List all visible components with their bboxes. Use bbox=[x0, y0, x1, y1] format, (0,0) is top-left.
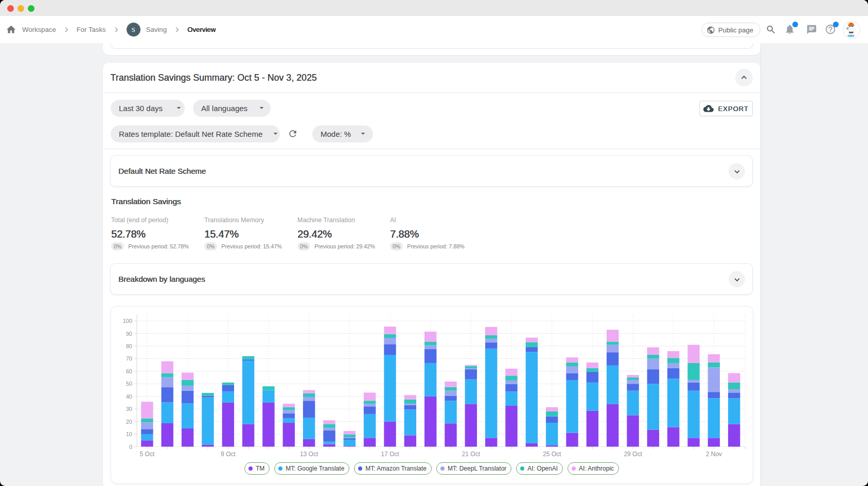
svg-text:2 Nov: 2 Nov bbox=[705, 451, 721, 458]
svg-text:90: 90 bbox=[126, 331, 132, 337]
svg-text:29 Oct: 29 Oct bbox=[624, 451, 642, 458]
svg-text:10: 10 bbox=[126, 431, 132, 437]
svg-text:100: 100 bbox=[122, 318, 132, 324]
svg-text:80: 80 bbox=[126, 343, 132, 349]
svg-text:9 Oct: 9 Oct bbox=[220, 451, 235, 458]
svg-text:21 Oct: 21 Oct bbox=[462, 451, 480, 458]
svg-text:13 Oct: 13 Oct bbox=[299, 451, 318, 458]
svg-text:20: 20 bbox=[126, 419, 132, 425]
svg-text:5 Oct: 5 Oct bbox=[139, 451, 154, 458]
svg-text:30: 30 bbox=[126, 406, 132, 412]
svg-text:17 Oct: 17 Oct bbox=[381, 451, 399, 458]
svg-text:25 Oct: 25 Oct bbox=[543, 451, 561, 458]
svg-text:40: 40 bbox=[126, 393, 132, 400]
svg-text:70: 70 bbox=[126, 355, 132, 362]
svg-text:60: 60 bbox=[126, 368, 132, 374]
svg-text:50: 50 bbox=[126, 381, 132, 387]
svg-text:0: 0 bbox=[129, 444, 132, 450]
